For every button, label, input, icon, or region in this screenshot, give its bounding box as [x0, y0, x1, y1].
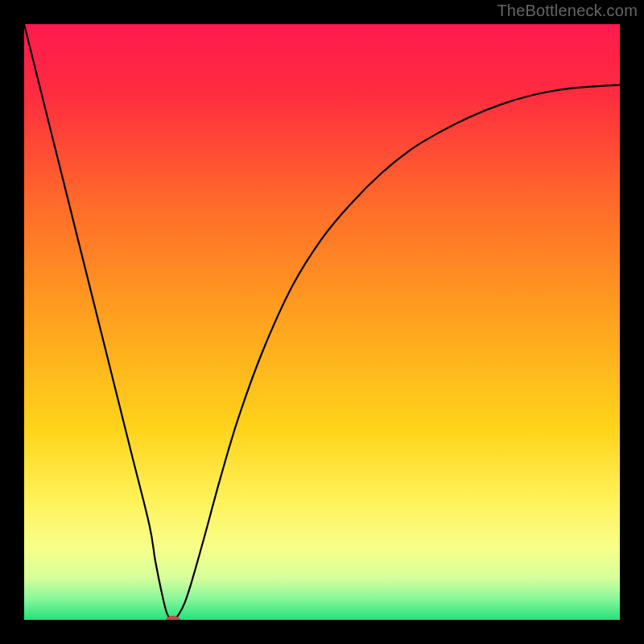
- chart-svg: [24, 24, 620, 620]
- gradient-background: [24, 24, 620, 620]
- watermark-text: TheBottleneck.com: [497, 2, 638, 20]
- plot-area: [24, 24, 620, 620]
- chart-container: TheBottleneck.com: [0, 0, 644, 644]
